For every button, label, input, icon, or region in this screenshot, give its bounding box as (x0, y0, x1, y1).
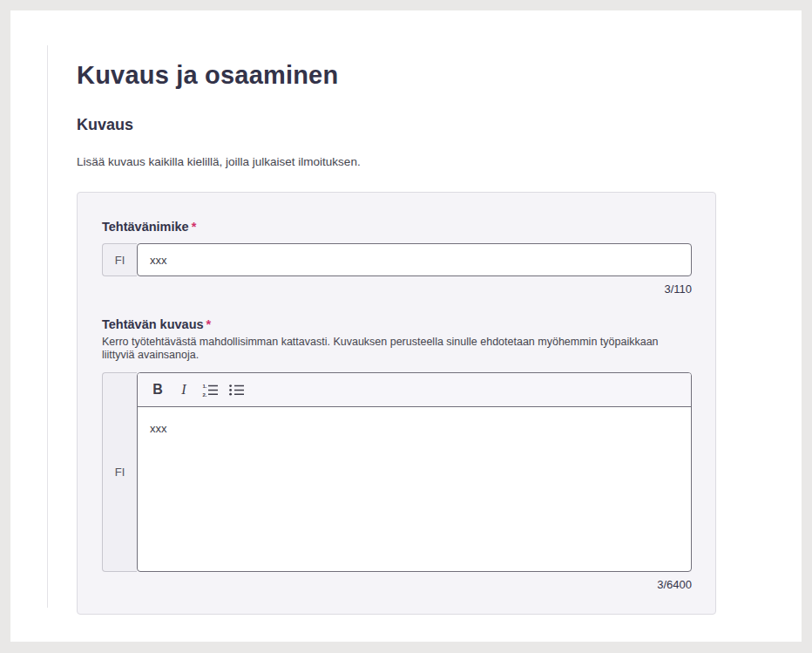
main-content: Kuvaus ja osaaminen Kuvaus Lisää kuvaus … (77, 10, 716, 615)
job-description-label-text: Tehtävän kuvaus (102, 317, 204, 331)
job-title-field: Tehtävänimike* FI 3/110 (102, 219, 692, 296)
ordered-list-icon: 1. 2. (202, 384, 219, 397)
page-card: Kuvaus ja osaaminen Kuvaus Lisää kuvaus … (10, 10, 802, 642)
job-description-editor-row: FI B I (102, 372, 692, 572)
job-description-label: Tehtävän kuvaus* (102, 316, 692, 332)
job-description-field: Tehtävän kuvaus* Kerro työtehtävästä mah… (102, 316, 692, 591)
job-title-input-row: FI (102, 243, 692, 276)
language-badge-fi: FI (102, 243, 137, 276)
job-title-input[interactable] (137, 243, 692, 276)
left-divider (47, 45, 48, 608)
bullet-list-button[interactable] (223, 377, 249, 403)
section-description: Lisää kuvaus kaikilla kielillä, joilla j… (77, 155, 716, 169)
required-asterisk: * (192, 220, 197, 234)
job-title-label-text: Tehtävänimike (102, 220, 189, 234)
job-description-textarea[interactable]: xxx (138, 407, 691, 571)
language-badge-fi: FI (102, 372, 137, 572)
description-panel: Tehtävänimike* FI 3/110 Tehtävän kuvaus*… (77, 192, 716, 615)
bullet-list-icon (228, 384, 245, 397)
job-description-char-counter: 3/6400 (102, 578, 692, 591)
page-title: Kuvaus ja osaaminen (77, 60, 716, 91)
editor-toolbar: B I (138, 373, 691, 407)
rich-text-editor: B I (137, 372, 692, 572)
svg-text:2.: 2. (202, 391, 206, 396)
job-description-helper: Kerro työtehtävästä mahdollisimman katta… (102, 336, 692, 362)
svg-text:1.: 1. (202, 384, 206, 389)
italic-button[interactable]: I (171, 377, 197, 403)
bold-button[interactable]: B (145, 377, 171, 403)
required-asterisk: * (206, 317, 212, 331)
job-title-label: Tehtävänimike* (102, 219, 692, 235)
section-title: Kuvaus (77, 115, 716, 134)
job-title-char-counter: 3/110 (102, 282, 692, 296)
ordered-list-button[interactable]: 1. 2. (197, 377, 223, 403)
